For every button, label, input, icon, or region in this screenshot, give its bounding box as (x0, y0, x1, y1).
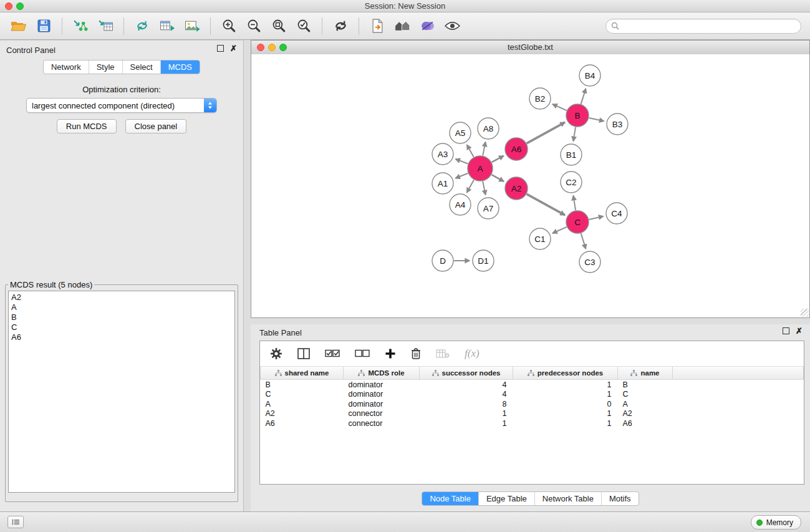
mcds-result-item[interactable]: C (11, 322, 232, 332)
table-cell[interactable]: A2 (261, 409, 344, 419)
table-cell[interactable]: connector (344, 409, 420, 419)
tab-select[interactable]: Select (123, 60, 161, 74)
table-cell[interactable]: C (261, 390, 344, 400)
table-row[interactable]: Adominator80A (261, 399, 804, 409)
table-row[interactable]: Bdominator41B (261, 380, 804, 390)
show-columns-button[interactable] (297, 348, 310, 359)
graph-edge-A2-C[interactable] (527, 194, 565, 215)
column-header-predecessor-nodes[interactable]: predecessor nodes (513, 367, 618, 380)
show-hide-details-button[interactable] (440, 15, 464, 37)
table-cell[interactable]: connector (344, 418, 420, 428)
venn-diagram-button[interactable] (415, 15, 439, 37)
graph-edge-B-B2[interactable] (552, 104, 567, 110)
table-cell[interactable]: B (261, 380, 344, 390)
graph-edge-A-A6[interactable] (492, 156, 504, 162)
new-network-button[interactable] (130, 15, 154, 37)
graph-edge-C-C3[interactable] (581, 233, 586, 249)
delete-table-button[interactable] (436, 349, 450, 359)
graph-edge-A-A5[interactable] (467, 145, 474, 157)
graph-edge-A-A4[interactable] (467, 180, 474, 192)
table-cell[interactable]: A6 (618, 418, 673, 428)
graph-node-C4[interactable]: C4 (606, 203, 627, 224)
column-header-MCDS-role[interactable]: MCDS role (344, 367, 420, 380)
table-cell[interactable]: dominator (344, 390, 420, 400)
graph-edge-A-A3[interactable] (456, 159, 468, 164)
graph-node-D1[interactable]: D1 (473, 250, 494, 271)
select-all-rows-button[interactable] (325, 349, 340, 359)
import-table-button[interactable] (94, 15, 117, 37)
table-cell[interactable]: A6 (261, 418, 344, 428)
graph-node-B[interactable]: B (566, 104, 589, 127)
mcds-result-item[interactable]: A6 (11, 332, 232, 342)
table-row[interactable]: Cdominator41C (261, 390, 804, 400)
graph-edge-A-A1[interactable] (455, 173, 468, 178)
deselect-all-rows-button[interactable] (355, 349, 370, 359)
home-button[interactable] (390, 15, 414, 37)
export-image-button[interactable] (180, 15, 204, 37)
graph-node-C2[interactable]: C2 (561, 172, 582, 193)
graph-edge-A-A8[interactable] (483, 142, 485, 156)
table-cell[interactable]: A (261, 399, 344, 409)
float-table-panel-icon[interactable] (783, 327, 789, 334)
graph-node-A5[interactable]: A5 (450, 122, 471, 143)
graph-node-C3[interactable]: C3 (579, 251, 600, 273)
table-row[interactable]: A6connector11A6 (261, 418, 804, 428)
table-cell[interactable]: 1 (513, 390, 618, 400)
run-mcds-button[interactable]: Run MCDS (57, 119, 117, 133)
export-network-button[interactable] (365, 15, 389, 37)
close-panel-icon[interactable]: ✗ (230, 46, 237, 52)
open-session-button[interactable] (7, 15, 31, 37)
graph-node-A4[interactable]: A4 (450, 194, 471, 215)
column-header-name[interactable]: name (618, 367, 673, 380)
mcds-result-item[interactable]: B (11, 312, 232, 322)
table-cell[interactable]: 4 (420, 390, 513, 400)
import-network-button[interactable] (69, 15, 92, 37)
graph-edge-C-C4[interactable] (589, 216, 604, 220)
table-cell[interactable]: 1 (420, 409, 513, 419)
graph-node-A[interactable]: A (468, 156, 493, 181)
graph-node-B1[interactable]: B1 (561, 144, 582, 165)
mcds-result-item[interactable]: A2 (11, 293, 232, 302)
graph-node-C[interactable]: C (566, 211, 589, 233)
network-window-titlebar[interactable]: testGlobe.txt (251, 41, 809, 55)
graph-node-D[interactable]: D (432, 250, 453, 271)
graph-node-A2[interactable]: A2 (505, 177, 528, 200)
search-input[interactable] (622, 21, 796, 31)
graph-node-A3[interactable]: A3 (432, 143, 453, 165)
column-header-shared-name[interactable]: shared name (261, 367, 344, 380)
graph-edge-A6-B[interactable] (527, 122, 565, 143)
table-cell[interactable]: A (618, 399, 673, 409)
graph-edge-B-B3[interactable] (589, 118, 604, 121)
add-column-button[interactable] (385, 348, 396, 359)
tab-edge-table[interactable]: Edge Table (479, 492, 535, 505)
task-history-button[interactable] (7, 516, 24, 528)
tab-node-table[interactable]: Node Table (422, 492, 479, 505)
table-cell[interactable]: 8 (420, 399, 513, 409)
table-cell[interactable]: B (618, 380, 673, 390)
mcds-result-item[interactable]: A (11, 302, 232, 312)
table-cell[interactable]: 4 (420, 380, 513, 390)
memory-button[interactable]: Memory (751, 515, 801, 530)
graph-node-C1[interactable]: C1 (529, 228, 551, 249)
table-cell[interactable]: 1 (513, 380, 618, 390)
tab-style[interactable]: Style (89, 60, 123, 74)
tab-motifs[interactable]: Motifs (602, 492, 639, 505)
tab-mcds[interactable]: MCDS (161, 60, 200, 74)
column-header-successor-nodes[interactable]: successor nodes (420, 367, 513, 380)
graph-node-B4[interactable]: B4 (579, 65, 600, 86)
table-cell[interactable]: C (618, 390, 673, 400)
close-panel-button[interactable]: Close panel (125, 119, 187, 133)
graph-node-B2[interactable]: B2 (529, 88, 551, 109)
network-canvas[interactable]: AA2A6BCA1A3A4A5A7A8B1B2B3B4C1C2C3C4DD1 (251, 54, 809, 317)
graph-node-A7[interactable]: A7 (478, 198, 499, 219)
tab-network-table[interactable]: Network Table (535, 492, 602, 505)
table-cell[interactable]: dominator (344, 380, 420, 390)
table-settings-button[interactable] (270, 347, 282, 360)
table-cell[interactable]: dominator (344, 399, 420, 409)
graph-edge-C-C2[interactable] (573, 196, 576, 211)
tab-network[interactable]: Network (44, 60, 89, 74)
search-field[interactable] (605, 19, 801, 34)
resize-grip[interactable] (801, 309, 809, 317)
table-row[interactable]: A2connector11A2 (261, 409, 804, 419)
table-cell[interactable]: A2 (618, 409, 673, 419)
